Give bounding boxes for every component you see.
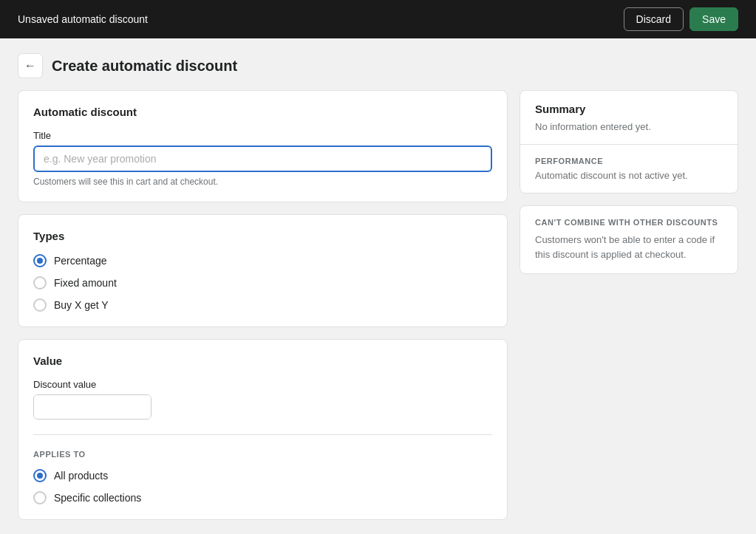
title-hint: Customers will see this in cart and at c… (33, 177, 492, 187)
page-header: ← Create automatic discount (0, 38, 756, 90)
summary-performance-section: PERFORMANCE Automatic discount is not ac… (520, 145, 738, 193)
applies-to-radio-group: All products Specific collections (33, 469, 492, 504)
summary-no-info: No information entered yet. (535, 121, 723, 132)
type-fixed-amount-item[interactable]: Fixed amount (33, 276, 492, 290)
discard-button[interactable]: Discard (624, 7, 684, 31)
topbar-title: Unsaved automatic discount (18, 13, 148, 25)
type-buy-x-get-y-label: Buy X get Y (54, 299, 109, 311)
performance-text: Automatic discount is not active yet. (535, 170, 723, 181)
discount-value-label: Discount value (33, 379, 492, 390)
title-field-label: Title (33, 130, 492, 141)
summary-card: Summary No information entered yet. PERF… (520, 90, 738, 194)
types-radio-group: Percentage Fixed amount Buy X get Y (33, 254, 492, 312)
left-column: Automatic discount Title Customers will … (18, 90, 508, 520)
type-fixed-amount-label: Fixed amount (54, 277, 117, 289)
topbar: Unsaved automatic discount Discard Save (0, 0, 756, 38)
automatic-discount-card-title: Automatic discount (33, 106, 492, 118)
discount-value-input[interactable] (34, 395, 151, 419)
applies-specific-collections-label: Specific collections (54, 492, 141, 504)
applies-to-label: APPLIES TO (33, 450, 492, 459)
section-divider (33, 434, 492, 435)
type-percentage-radio[interactable] (33, 254, 47, 267)
performance-label: PERFORMANCE (535, 157, 723, 165)
applies-all-products-label: All products (54, 470, 108, 482)
topbar-actions: Discard Save (624, 7, 738, 31)
automatic-discount-card: Automatic discount Title Customers will … (18, 90, 508, 202)
types-card-title: Types (33, 230, 492, 242)
back-icon: ← (24, 59, 36, 72)
discount-input-wrapper: % (33, 394, 151, 420)
applies-specific-collections-radio[interactable] (33, 491, 47, 504)
applies-all-products-radio[interactable] (33, 469, 47, 482)
right-column: Summary No information entered yet. PERF… (520, 90, 738, 274)
type-percentage-label: Percentage (54, 255, 107, 267)
summary-top-section: Summary No information entered yet. (520, 91, 738, 145)
applies-all-products-item[interactable]: All products (33, 469, 492, 482)
back-button[interactable]: ← (18, 53, 43, 78)
type-percentage-item[interactable]: Percentage (33, 254, 492, 267)
types-card: Types Percentage Fixed amount Buy X get … (18, 214, 508, 327)
main-content: Automatic discount Title Customers will … (0, 90, 756, 534)
save-button[interactable]: Save (689, 7, 738, 31)
type-fixed-amount-radio[interactable] (33, 276, 47, 290)
combine-title: CAN'T COMBINE WITH OTHER DISCOUNTS (535, 218, 723, 227)
type-buy-x-get-y-item[interactable]: Buy X get Y (33, 298, 492, 312)
title-input[interactable] (33, 146, 492, 172)
type-buy-x-get-y-radio[interactable] (33, 298, 47, 312)
applies-specific-collections-item[interactable]: Specific collections (33, 491, 492, 504)
page-title: Create automatic discount (52, 58, 237, 75)
value-card: Value Discount value % APPLIES TO All pr… (18, 339, 508, 520)
combine-text: Customers won't be able to enter a code … (535, 233, 723, 261)
value-card-title: Value (33, 355, 492, 367)
combine-card: CAN'T COMBINE WITH OTHER DISCOUNTS Custo… (520, 205, 738, 274)
summary-title: Summary (535, 103, 723, 115)
